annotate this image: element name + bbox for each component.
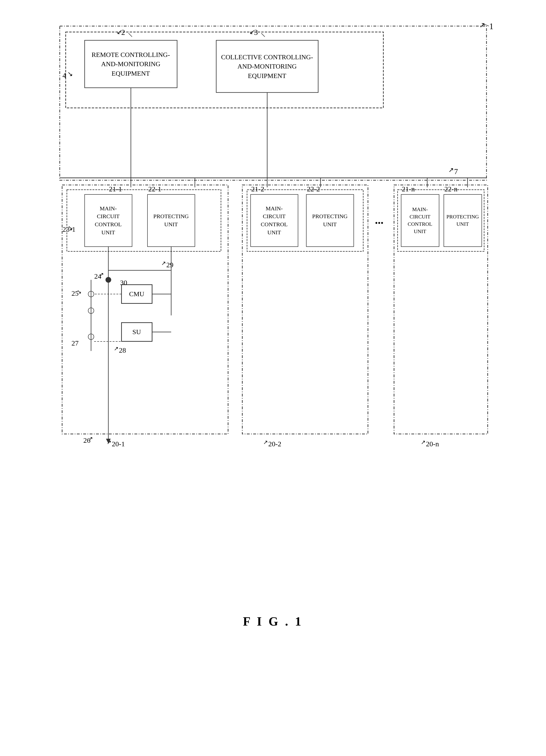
arrow-20-n: ↗	[421, 439, 426, 446]
label-20-2: 20-2	[268, 440, 281, 448]
arrow-28: ↗	[114, 345, 119, 352]
arrow-26: ↗	[88, 435, 93, 442]
diagram-svg	[48, 19, 498, 636]
label-22-1: 22-1	[148, 185, 161, 193]
svg-point-37	[88, 308, 94, 313]
arrow-24: ↗	[99, 271, 104, 278]
page: 1 ↗ 2 ↙ 3 ↙ 4 ↘ 7 ↗ REMOTE CONTROLLING-A…	[0, 0, 546, 756]
label-27: 27	[72, 339, 79, 347]
arrow-4: ↘	[67, 70, 73, 78]
main-circuit-1-label: MAIN-CIRCUITCONTROLUNIT	[85, 194, 132, 247]
main-circuit-n-label: MAIN-CIRCUITCONTROLUNIT	[401, 194, 439, 247]
remote-equipment-label: REMOTE CONTROLLING-AND-MONITORING EQUIPM…	[85, 40, 177, 88]
svg-point-38	[88, 334, 94, 340]
arrow-20-1: ↗	[107, 439, 111, 446]
svg-point-32	[106, 277, 111, 283]
label-1: 1	[489, 21, 494, 31]
label-22-2: 22-2	[307, 185, 320, 193]
protecting-n-label: PROTECTINGUNIT	[444, 194, 482, 247]
collective-equipment-label: COLLECTIVE CONTROLLING-AND-MONITORING EQ…	[216, 40, 318, 92]
label-30: 30	[120, 279, 127, 287]
arrow-2: ↙	[117, 28, 122, 36]
arrow-7: ↗	[448, 166, 454, 174]
protecting-2-label: PROTECTINGUNIT	[306, 194, 354, 247]
label-4: 4	[63, 71, 66, 80]
diagram: 1 ↗ 2 ↙ 3 ↙ 4 ↘ 7 ↗ REMOTE CONTROLLING-A…	[48, 19, 498, 636]
label-7: 7	[454, 167, 458, 176]
label-22-n: 22-n	[445, 185, 458, 193]
label-21-1: 21-1	[109, 185, 122, 193]
label-20-n: 20-n	[426, 440, 439, 448]
su-box: SU	[121, 323, 152, 341]
svg-line-45	[261, 33, 265, 37]
label-20-1: 20-1	[112, 440, 125, 448]
protecting-1-label: PROTECTINGUNIT	[147, 194, 195, 247]
arrow-23-1: ↘	[68, 224, 73, 231]
arrow-1: ↗	[479, 21, 485, 29]
label-21-2: 21-2	[251, 185, 264, 193]
ellipsis: ...	[375, 213, 384, 226]
arrow-29: ↗	[161, 260, 166, 267]
arrow-20-2: ↗	[263, 439, 268, 446]
main-circuit-2-label: MAIN-CIRCUITCONTROLUNIT	[251, 194, 298, 247]
figure-label: F I G . 1	[243, 614, 303, 628]
label-29: 29	[166, 261, 174, 269]
svg-point-36	[88, 291, 94, 297]
cmu-box: CMU	[121, 285, 152, 304]
arrow-3: ↙	[249, 28, 255, 36]
label-21-n: 21-n	[402, 185, 415, 193]
svg-line-44	[128, 33, 132, 37]
arrow-25: ↘	[77, 288, 82, 295]
label-28: 28	[119, 346, 126, 354]
